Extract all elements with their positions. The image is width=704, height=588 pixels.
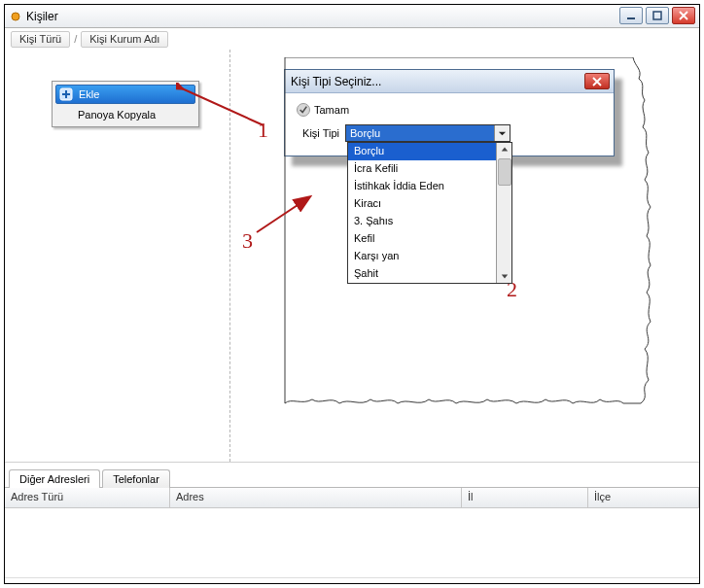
context-menu-ekle[interactable]: Ekle	[55, 85, 195, 104]
combo-label: Kişi Tipi	[295, 127, 339, 139]
tab-telefonlar[interactable]: Telefonlar	[102, 469, 170, 488]
dialog-titlebar: Kişi Tipi Seçiniz...	[285, 70, 614, 93]
right-pane: Kişi Tipi Seçiniz... Tamam Kişi Tipi	[230, 50, 699, 462]
svg-rect-2	[653, 12, 661, 19]
svg-point-0	[12, 13, 19, 20]
left-pane: Ekle Panoya Kopyala	[5, 50, 230, 462]
dialog-kisi-tipi: Kişi Tipi Seçiniz... Tamam Kişi Tipi	[284, 69, 615, 156]
blank-icon	[58, 108, 72, 121]
context-menu-panoya-label: Panoya Kopyala	[78, 109, 156, 121]
scroll-thumb[interactable]	[498, 158, 511, 186]
kisi-tipi-dropdown: Borçlu İcra Kefili İstihkak İddia Eden K…	[347, 142, 512, 284]
kisi-tipi-combobox[interactable]: Borçlu	[345, 124, 510, 142]
col-il[interactable]: İl	[462, 488, 588, 508]
close-button[interactable]	[672, 7, 695, 24]
minimize-button[interactable]	[619, 7, 643, 24]
svg-rect-1	[627, 17, 635, 19]
ok-row: Tamam	[297, 103, 604, 117]
add-icon	[59, 87, 73, 101]
combo-row: Kişi Tipi Borçlu Borçlu	[295, 124, 604, 142]
scroll-down-icon[interactable]	[498, 269, 511, 283]
dialog-close-button[interactable]	[584, 73, 610, 89]
context-menu-panoya-kopyala[interactable]: Panoya Kopyala	[54, 105, 196, 124]
bottom-panel: Diğer Adresleri Telefonlar Adres Türü Ad…	[5, 462, 699, 583]
window-buttons	[619, 7, 695, 24]
dropdown-scrollbar[interactable]	[496, 143, 511, 283]
dialog-title-text: Kişi Tipi Seçiniz...	[291, 75, 381, 88]
main-body: Ekle Panoya Kopyala Kişi Tipi Seçiniz...	[5, 50, 699, 462]
col-adres[interactable]: Adres	[170, 488, 462, 508]
option-borclu[interactable]: Borçlu	[348, 143, 496, 160]
col-ilce[interactable]: İlçe	[588, 488, 699, 508]
breadcrumb-kisi-kurum-adi[interactable]: Kişi Kurum Adı	[81, 31, 168, 48]
context-menu: Ekle Panoya Kopyala	[52, 81, 199, 127]
bottom-tabs: Diğer Adresleri Telefonlar	[5, 463, 699, 487]
option-kiraci[interactable]: Kiracı	[348, 195, 496, 213]
breadcrumb-separator: /	[74, 33, 77, 45]
option-karsi-yan[interactable]: Karşı yan	[348, 248, 496, 265]
tab-diger-adresleri[interactable]: Diğer Adresleri	[9, 469, 100, 488]
scroll-up-icon[interactable]	[498, 143, 511, 156]
dialog-body: Tamam Kişi Tipi Borçlu	[285, 93, 614, 156]
dropdown-list: Borçlu İcra Kefili İstihkak İddia Eden K…	[348, 143, 496, 283]
window-title: Kişiler	[26, 10, 58, 23]
option-sahit[interactable]: Şahit	[348, 265, 496, 283]
combo-selected-value: Borçlu	[346, 125, 494, 141]
chevron-down-icon[interactable]	[494, 125, 510, 141]
col-adres-turu[interactable]: Adres Türü	[5, 488, 170, 508]
maximize-button[interactable]	[646, 7, 669, 24]
option-icra-kefili[interactable]: İcra Kefili	[348, 160, 496, 178]
breadcrumb-kisi-turu[interactable]: Kişi Türü	[11, 31, 70, 48]
app-icon	[9, 10, 22, 23]
option-3-sahis[interactable]: 3. Şahıs	[348, 213, 496, 230]
option-kefil[interactable]: Kefil	[348, 230, 496, 248]
titlebar: Kişiler	[5, 5, 699, 28]
grid-body	[5, 508, 699, 578]
main-window: Kişiler Kişi Türü / Kişi Kurum Adı	[4, 4, 700, 584]
option-istihkak[interactable]: İstihkak İddia Eden	[348, 178, 496, 195]
grid-header: Adres Türü Adres İl İlçe	[5, 487, 699, 508]
context-menu-ekle-label: Ekle	[79, 88, 99, 100]
breadcrumb: Kişi Türü / Kişi Kurum Adı	[5, 28, 699, 50]
ok-label: Tamam	[314, 104, 349, 116]
ok-check-icon[interactable]	[297, 103, 310, 117]
